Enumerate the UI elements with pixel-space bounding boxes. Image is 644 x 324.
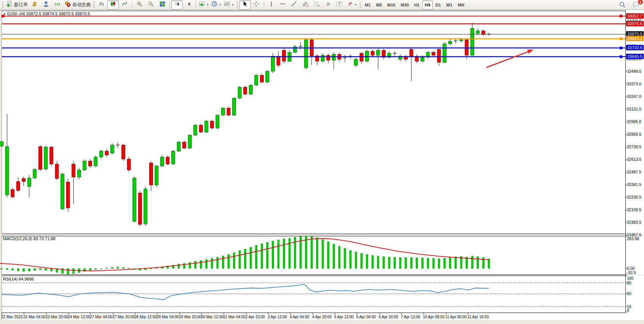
- timeframe-button-m1[interactable]: M1: [362, 0, 373, 10]
- timeframe-button-d1[interactable]: D1: [433, 0, 443, 10]
- indicators-icon: [199, 1, 205, 9]
- timeframe-button-m15[interactable]: M15: [384, 0, 398, 10]
- chart-canvas: [0, 0, 644, 324]
- notification-badge: 1: [638, 0, 643, 5]
- new-order-label: 新订单: [13, 2, 28, 8]
- arrows-button[interactable]: ▼: [346, 0, 358, 10]
- autotrade-button[interactable]: 自动交易: [63, 0, 92, 10]
- svg-text:A: A: [327, 1, 330, 7]
- line-chart-button[interactable]: [119, 0, 130, 10]
- styler-button[interactable]: [29, 0, 40, 10]
- chart-shift-icon: [185, 1, 192, 9]
- text-label-button[interactable]: T: [334, 0, 346, 10]
- zoom-in-button[interactable]: [134, 0, 145, 10]
- chart-shift-button[interactable]: [183, 0, 194, 10]
- chevron-down-icon: ▼: [354, 3, 357, 6]
- text-button[interactable]: A: [323, 0, 334, 10]
- svg-text:T: T: [338, 2, 341, 6]
- horizontal-line-button[interactable]: [277, 0, 289, 10]
- timeframe-button-h4[interactable]: H4: [422, 0, 433, 10]
- timeframe-button-h1[interactable]: H1: [411, 0, 422, 10]
- indicators-button[interactable]: ▼: [198, 0, 210, 10]
- styler-icon: [32, 1, 38, 9]
- line-handle[interactable]: [620, 55, 622, 58]
- autotrade-label: 自动交易: [72, 2, 91, 8]
- crosshair-button[interactable]: [251, 0, 262, 10]
- periods-button[interactable]: ▼: [210, 0, 223, 10]
- svg-text:F: F: [318, 5, 320, 7]
- chart-title-row: ▼ DJ30-,H4 33872.5 33874.5 33870.5 33870…: [3, 11, 90, 16]
- vertical-line-button[interactable]: [266, 0, 277, 10]
- chart-title: DJ30-,H4 33872.5 33874.5 33870.5 33870.5: [7, 11, 90, 16]
- autoscroll-icon: [174, 1, 180, 9]
- signals-button[interactable]: [52, 0, 63, 10]
- toolbar-grip[interactable]: [359, 2, 361, 8]
- toolbar-grip[interactable]: [93, 2, 95, 8]
- candlestick-icon: [110, 1, 116, 9]
- timeframe-button-mn[interactable]: MN: [455, 0, 467, 10]
- tile-windows-icon: [159, 1, 166, 9]
- zoom-out-icon: [148, 1, 154, 9]
- tile-windows-button[interactable]: [156, 0, 168, 10]
- line-handle[interactable]: [620, 37, 622, 40]
- horizontal-line-icon: [279, 1, 286, 9]
- cursor-icon: [242, 1, 248, 9]
- toolbar-separator: [169, 1, 170, 9]
- chevron-down-icon: ▼: [231, 3, 234, 6]
- fibonacci-button[interactable]: F: [311, 0, 323, 10]
- search-icon: [619, 1, 626, 10]
- autotrade-icon: [64, 1, 71, 9]
- timeframe-group: M1M5M15M30H1H4D1W1MN: [362, 0, 467, 10]
- zoom-out-button[interactable]: [145, 0, 156, 10]
- timeframe-button-m5[interactable]: M5: [373, 0, 384, 10]
- mt4-window: { "toolbar": { "new_order_label": "新订单",…: [0, 0, 644, 324]
- equidistant-channel-icon: E: [302, 1, 309, 9]
- toolbar-separator: [196, 1, 196, 9]
- toolbar-grip[interactable]: [236, 2, 238, 8]
- line-chart-icon: [121, 1, 128, 9]
- trendline-button[interactable]: [289, 0, 300, 10]
- candlestick-button[interactable]: [107, 0, 119, 10]
- signals-icon: [54, 1, 61, 9]
- rsi-indicator-label: RSI(14) 64.9898: [3, 277, 34, 281]
- zoom-in-icon: [136, 1, 143, 9]
- svg-text:E: E: [307, 5, 309, 7]
- toolbar-separator: [132, 1, 132, 9]
- text-label-icon: T: [336, 1, 343, 9]
- chart-quick-menu-icon[interactable]: ▼: [3, 13, 6, 16]
- toolbar-right-group: 1: [617, 1, 642, 10]
- toolbar: 新订单 自动交易 ▼ ▼: [0, 0, 644, 10]
- macd-indicator-label: MACD(12,26,9) 83.73 71.88: [3, 236, 56, 241]
- text-icon: A: [325, 1, 331, 9]
- arrows-icon: [347, 1, 353, 9]
- new-order-icon: [6, 1, 13, 9]
- line-handle[interactable]: [620, 47, 622, 49]
- autoscroll-button[interactable]: [171, 0, 183, 10]
- timeframe-button-w1[interactable]: W1: [443, 0, 455, 10]
- timeframe-button-m30[interactable]: M30: [398, 0, 411, 10]
- toolbar-grip[interactable]: [2, 2, 4, 8]
- templates-icon: [224, 1, 230, 9]
- chevron-down-icon: ▼: [219, 3, 222, 6]
- periods-icon: [211, 1, 218, 9]
- market-watch-button[interactable]: [40, 0, 52, 10]
- notifications-button[interactable]: 1: [630, 1, 642, 10]
- fibonacci-icon: F: [313, 1, 320, 9]
- search-button[interactable]: [617, 1, 628, 10]
- bar-chart-icon: [99, 1, 105, 9]
- new-order-button[interactable]: 新订单: [5, 0, 29, 10]
- cursor-button[interactable]: [239, 0, 251, 10]
- crosshair-icon: [253, 1, 260, 9]
- line-handle[interactable]: [620, 15, 622, 18]
- toolbar-separator: [264, 1, 264, 9]
- equidistant-channel-button[interactable]: E: [300, 0, 311, 10]
- chevron-down-icon: ▼: [206, 3, 209, 6]
- bar-chart-button[interactable]: [96, 0, 107, 10]
- market-watch-icon: [43, 1, 49, 9]
- templates-button[interactable]: ▼: [223, 0, 235, 10]
- trendline-icon: [291, 1, 297, 9]
- vertical-line-icon: [269, 1, 274, 9]
